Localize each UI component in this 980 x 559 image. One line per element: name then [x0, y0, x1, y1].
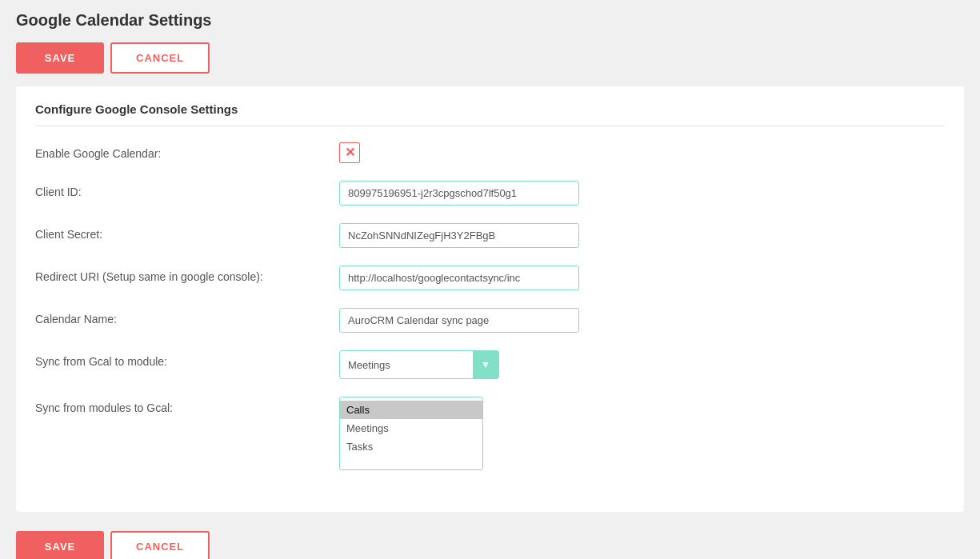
client-id-row: Client ID: [35, 181, 945, 206]
enable-checkbox[interactable]: ✕ [339, 142, 360, 163]
save-button-top[interactable]: SAVE [16, 42, 104, 74]
settings-card: Configure Google Console Settings Enable… [16, 86, 964, 512]
cancel-button-top[interactable]: CANCEL [110, 42, 210, 74]
page-title: Google Calendar Settings [16, 11, 964, 30]
calendar-name-control [339, 308, 945, 333]
client-id-control [339, 181, 945, 206]
redirect-uri-row: Redirect URI (Setup same in google conso… [35, 266, 945, 290]
sync-gcal-label: Sync from Gcal to module: [35, 350, 339, 368]
enable-label: Enable Google Calendar: [35, 142, 339, 160]
client-secret-control [339, 223, 945, 248]
sync-gcal-select[interactable]: Calls Meetings Tasks [340, 353, 473, 377]
top-toolbar: SAVE CANCEL [16, 42, 964, 74]
enable-control: ✕ [339, 142, 945, 163]
client-secret-row: Client Secret: [35, 223, 945, 248]
sync-gcal-control: Calls Meetings Tasks ▼ [339, 350, 945, 379]
sync-modules-multiselect-box: Calls Meetings Tasks [339, 397, 483, 470]
redirect-uri-control [339, 266, 945, 290]
sync-modules-multiselect[interactable]: Calls Meetings Tasks [340, 397, 482, 469]
client-id-input[interactable] [339, 181, 579, 206]
sync-gcal-select-wrapper: Calls Meetings Tasks ▼ [339, 350, 499, 379]
redirect-uri-input[interactable] [339, 266, 579, 290]
sync-modules-row: Sync from modules to Gcal: Calls Meeting… [35, 397, 945, 470]
calendar-name-row: Calendar Name: [35, 308, 945, 333]
enable-row: Enable Google Calendar: ✕ [35, 142, 945, 163]
chevron-down-icon: ▼ [481, 359, 490, 370]
calendar-name-label: Calendar Name: [35, 308, 339, 325]
client-secret-label: Client Secret: [35, 223, 339, 241]
card-title: Configure Google Console Settings [35, 102, 945, 126]
bottom-toolbar: SAVE CANCEL [16, 531, 964, 559]
save-button-bottom[interactable]: SAVE [16, 531, 104, 559]
client-secret-input[interactable] [339, 223, 579, 248]
enable-checkmark: ✕ [345, 146, 355, 159]
sync-gcal-dropdown-btn[interactable]: ▼ [473, 351, 498, 378]
sync-modules-label: Sync from modules to Gcal: [35, 397, 339, 414]
calendar-name-input[interactable] [339, 308, 579, 333]
client-id-label: Client ID: [35, 181, 339, 198]
redirect-uri-label: Redirect URI (Setup same in google conso… [35, 266, 339, 283]
sync-gcal-row: Sync from Gcal to module: Calls Meetings… [35, 350, 945, 379]
sync-modules-control: Calls Meetings Tasks [339, 397, 945, 470]
cancel-button-bottom[interactable]: CANCEL [110, 531, 210, 559]
page-container: Google Calendar Settings SAVE CANCEL Con… [0, 0, 980, 559]
